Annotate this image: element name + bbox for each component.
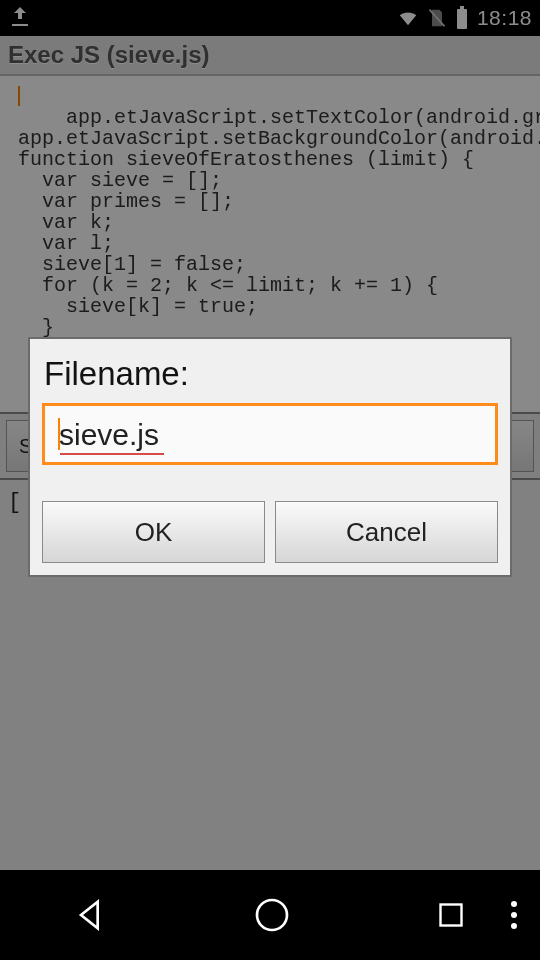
screen: 18:18 Exec JS (sieve.js) app.etJavaScrip… [0, 0, 540, 960]
recent-icon[interactable] [433, 897, 469, 933]
filename-input-wrap [42, 403, 498, 465]
filename-dialog: Filename: OK Cancel [28, 337, 512, 577]
nav-bar [0, 870, 540, 960]
nav-menu-icon[interactable] [510, 900, 518, 930]
back-icon[interactable] [71, 895, 111, 935]
svg-point-4 [511, 901, 517, 907]
cancel-button[interactable]: Cancel [275, 501, 498, 563]
home-icon[interactable] [252, 895, 292, 935]
dialog-title: Filename: [44, 355, 498, 393]
svg-rect-3 [441, 905, 462, 926]
svg-point-6 [511, 923, 517, 929]
svg-point-2 [257, 900, 287, 930]
ok-button[interactable]: OK [42, 501, 265, 563]
input-cursor [58, 418, 60, 450]
spellcheck-underline [60, 453, 164, 455]
svg-point-5 [511, 912, 517, 918]
